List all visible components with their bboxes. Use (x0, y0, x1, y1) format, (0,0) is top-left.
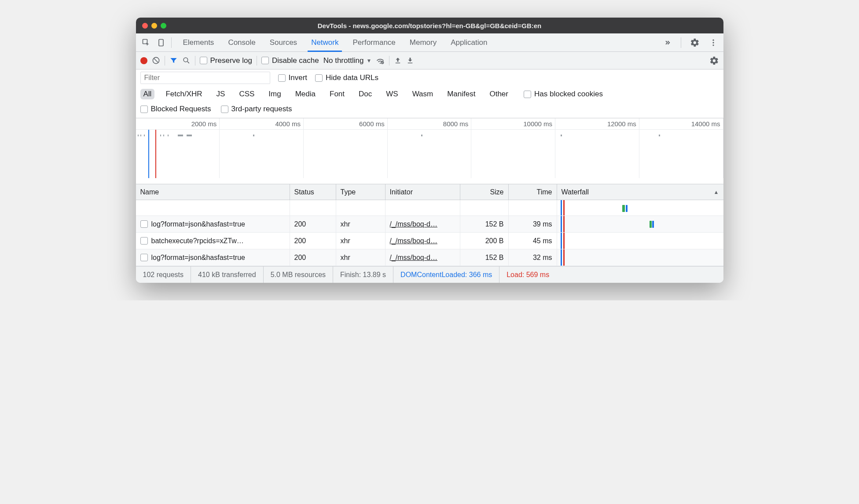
type-all[interactable]: All (140, 89, 155, 99)
invert-label: Invert (289, 73, 308, 82)
search-icon[interactable] (182, 56, 191, 65)
upload-har-icon[interactable] (394, 57, 402, 65)
dcl-line (561, 216, 562, 232)
type-js[interactable]: JS (213, 89, 228, 99)
dcl-time: DOMContentLoaded: 366 ms (393, 267, 499, 283)
svg-point-4 (712, 44, 714, 46)
kebab-menu-icon[interactable] (706, 33, 721, 52)
type-doc[interactable]: Doc (356, 89, 375, 99)
filter-input[interactable] (140, 72, 270, 84)
request-name: log?format=json&hasfast=true (151, 254, 245, 262)
disable-cache-checkbox[interactable]: Disable cache (261, 56, 319, 65)
type-wasm[interactable]: Wasm (409, 89, 437, 99)
resources-size: 5.0 MB resources (264, 267, 333, 283)
svg-point-6 (184, 58, 188, 62)
row-checkbox[interactable] (140, 254, 148, 261)
divider (171, 37, 172, 48)
svg-point-7 (380, 62, 381, 64)
maximize-window-button[interactable] (161, 23, 166, 29)
clear-button[interactable] (152, 56, 160, 65)
sort-indicator-icon: ▲ (714, 189, 719, 195)
network-settings-icon[interactable] (709, 56, 719, 66)
waterfall-bar (652, 221, 654, 228)
svg-point-3 (712, 42, 714, 43)
panel-tabs-row: Elements Console Sources Network Perform… (136, 33, 723, 52)
col-initiator[interactable]: Initiator (385, 184, 460, 200)
table-row[interactable]: log?format=json&hasfast=true 200 xhr /_/… (136, 216, 723, 233)
divider (389, 56, 389, 66)
download-har-icon[interactable] (406, 57, 414, 65)
close-window-button[interactable] (142, 23, 148, 29)
third-party-requests-checkbox[interactable]: 3rd-party requests (221, 105, 292, 113)
tab-console[interactable]: Console (221, 33, 262, 52)
record-button[interactable] (140, 57, 147, 64)
overview-timeline[interactable]: 2000 ms 4000 ms 6000 ms 8000 ms 10000 ms… (136, 118, 723, 184)
tick: 8000 ms (388, 118, 472, 129)
type-other[interactable]: Other (486, 89, 511, 99)
tab-memory[interactable]: Memory (403, 33, 444, 52)
request-size: 200 B (460, 233, 509, 249)
tab-network[interactable]: Network (304, 33, 345, 52)
row-checkbox[interactable] (140, 220, 148, 228)
divider (681, 37, 681, 48)
divider (165, 56, 165, 66)
dcl-line (561, 249, 562, 266)
blocked-requests-checkbox[interactable]: Blocked Requests (140, 105, 211, 113)
type-img[interactable]: Img (265, 89, 284, 99)
tab-application[interactable]: Application (444, 33, 494, 52)
type-fetch-xhr[interactable]: Fetch/XHR (162, 89, 205, 99)
more-tabs-icon[interactable] (660, 33, 675, 52)
table-row[interactable]: log?format=json&hasfast=true 200 xhr /_/… (136, 249, 723, 266)
request-type: xhr (336, 249, 385, 266)
invert-checkbox[interactable]: Invert (278, 73, 308, 82)
row-checkbox[interactable] (140, 237, 148, 245)
throttling-select[interactable]: No throttling ▼ (323, 56, 372, 65)
type-media[interactable]: Media (292, 89, 319, 99)
type-css[interactable]: CSS (236, 89, 257, 99)
network-toolbar: Preserve log Disable cache No throttling… (136, 52, 723, 69)
request-name: log?format=json&hasfast=true (151, 220, 245, 228)
type-manifest[interactable]: Manifest (444, 89, 478, 99)
panel-tabs: Elements Console Sources Network Perform… (176, 33, 495, 52)
chevron-down-icon: ▼ (366, 58, 371, 64)
third-party-label: 3rd-party requests (231, 105, 292, 113)
svg-rect-9 (396, 62, 400, 63)
filter-icon[interactable] (169, 56, 178, 65)
waterfall-bar (650, 221, 652, 228)
col-time[interactable]: Time (509, 184, 557, 200)
col-type[interactable]: Type (336, 184, 385, 200)
load-line (563, 200, 565, 215)
col-name[interactable]: Name (136, 184, 290, 200)
inspect-element-icon[interactable] (139, 33, 154, 52)
tab-elements[interactable]: Elements (176, 33, 221, 52)
request-time: 45 ms (509, 233, 557, 249)
extras-row: Blocked Requests 3rd-party requests (136, 102, 723, 118)
request-status: 200 (290, 216, 336, 232)
request-initiator[interactable]: /_/mss/boq-d… (390, 220, 437, 228)
request-initiator[interactable]: /_/mss/boq-d… (390, 237, 437, 245)
hide-data-urls-checkbox[interactable]: Hide data URLs (315, 73, 378, 82)
request-initiator[interactable]: /_/mss/boq-d… (390, 254, 437, 262)
type-font[interactable]: Font (327, 89, 348, 99)
throttling-value: No throttling (323, 56, 364, 65)
col-waterfall[interactable]: Waterfall▲ (557, 184, 723, 200)
devtools-window: DevTools - news.google.com/topstories?hl… (136, 18, 723, 283)
type-ws[interactable]: WS (383, 89, 401, 99)
load-line (563, 216, 565, 232)
col-size[interactable]: Size (460, 184, 509, 200)
request-status: 200 (290, 249, 336, 266)
col-status[interactable]: Status (290, 184, 336, 200)
settings-icon[interactable] (687, 33, 702, 52)
resource-type-filters: All Fetch/XHR JS CSS Img Media Font Doc … (136, 86, 723, 102)
device-toolbar-icon[interactable] (154, 33, 169, 52)
preserve-log-checkbox[interactable]: Preserve log (200, 56, 252, 65)
has-blocked-cookies-checkbox[interactable]: Has blocked cookies (524, 90, 603, 99)
minimize-window-button[interactable] (151, 23, 157, 29)
tab-sources[interactable]: Sources (263, 33, 304, 52)
tick: 6000 ms (304, 118, 388, 129)
table-row[interactable]: batchexecute?rpcids=xZTw… 200 xhr /_/mss… (136, 233, 723, 249)
waterfall-bar (626, 205, 628, 212)
tab-performance[interactable]: Performance (345, 33, 402, 52)
table-header: Name Status Type Initiator Size Time Wat… (136, 184, 723, 200)
network-conditions-icon[interactable] (376, 56, 385, 65)
